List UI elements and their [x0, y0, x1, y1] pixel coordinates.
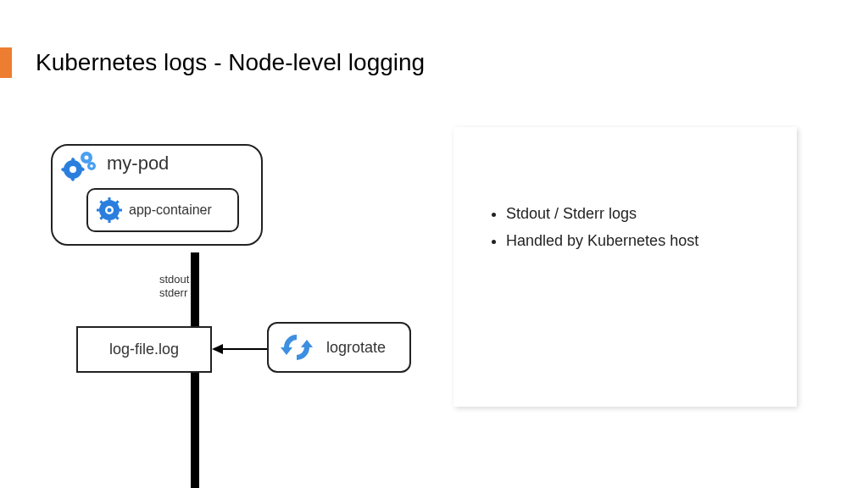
svg-rect-17	[108, 197, 111, 202]
slide-title: Kubernetes logs - Node-level logging	[36, 49, 425, 76]
list-item: Handled by Kubernetes host	[506, 230, 771, 251]
bullet-list: Stdout / Stderr logs Handled by Kubernet…	[487, 203, 771, 252]
arrow-stdout-stderr-label: stdout stderr	[159, 273, 189, 299]
svg-rect-19	[97, 209, 101, 212]
gears-icon	[61, 151, 100, 181]
svg-point-16	[108, 208, 112, 213]
svg-point-11	[85, 156, 89, 160]
list-item: Stdout / Stderr logs	[506, 203, 771, 224]
stderr-text: stderr	[159, 286, 189, 300]
container-label: app-container	[129, 202, 212, 218]
svg-marker-28	[212, 344, 223, 354]
gear-icon	[97, 197, 122, 223]
logfile-label: log-file.log	[109, 341, 179, 358]
diagram: my-pod	[51, 144, 415, 398]
logfile-box: log-file.log	[76, 326, 212, 373]
container-box: app-container	[86, 188, 239, 232]
pod-box: my-pod	[51, 144, 263, 246]
cycle-icon	[279, 330, 314, 365]
accent-bar	[0, 47, 12, 78]
logrotate-label: logrotate	[326, 339, 386, 357]
svg-rect-18	[108, 219, 111, 223]
svg-point-1	[70, 166, 76, 173]
stdout-text: stdout	[159, 273, 189, 286]
svg-rect-20	[118, 209, 122, 212]
arrow-left-icon	[212, 341, 267, 358]
pod-label: my-pod	[107, 152, 169, 175]
text-panel: Stdout / Stderr logs Handled by Kubernet…	[453, 127, 797, 407]
svg-point-13	[90, 164, 93, 168]
logrotate-box: logrotate	[267, 322, 411, 373]
